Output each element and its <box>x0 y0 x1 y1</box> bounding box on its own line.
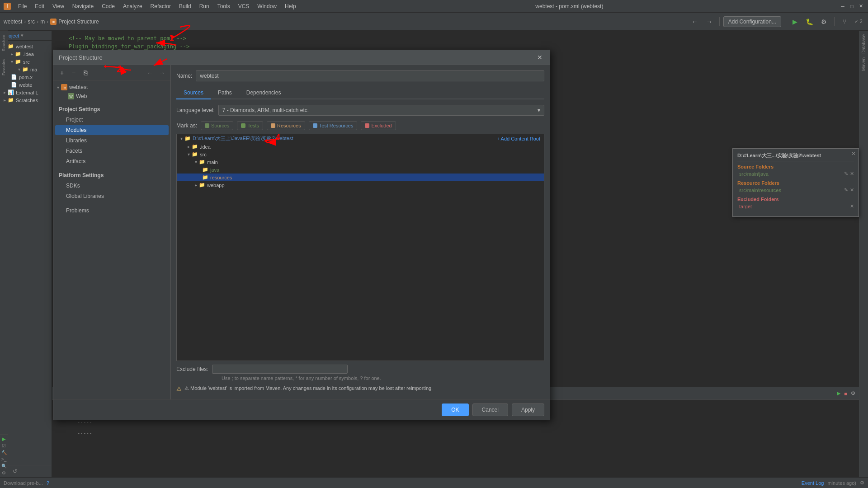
project-tree: ▾ 📁 webtest ▸ 📁 .idea ▾ 📁 src ▾ 📁 <box>0 41 52 465</box>
back-button[interactable]: ← <box>689 15 701 28</box>
mark-as-label: Mark as: <box>176 122 197 129</box>
settings-button[interactable]: ⚙ <box>818 15 830 28</box>
menu-window[interactable]: Window <box>254 2 280 10</box>
menu-view[interactable]: View <box>49 2 68 10</box>
mark-tests-button[interactable]: Tests <box>237 121 263 130</box>
dialog-overlay: Project Structure ✕ + − ⎘ ← → <box>52 49 868 466</box>
toolbar-separator <box>719 17 720 26</box>
breadcrumb-src[interactable]: src <box>28 19 35 25</box>
run-button[interactable]: ▶ <box>789 15 802 28</box>
name-input[interactable] <box>196 70 544 81</box>
tab-dependencies[interactable]: Dependencies <box>239 87 288 99</box>
status-time: minutes ago) <box>827 480 856 486</box>
maximize-button[interactable]: □ <box>848 3 855 10</box>
nav-tree-webtest[interactable]: ▾ m webtest <box>53 83 170 92</box>
build-icon[interactable]: 🔨 <box>1 450 7 455</box>
nav-item-facets[interactable]: Facets <box>55 146 169 156</box>
menu-navigate[interactable]: Navigate <box>69 2 97 10</box>
mark-resources-button[interactable]: Resources <box>267 121 305 130</box>
tree-row-java[interactable]: 📁 java <box>177 166 544 174</box>
menu-code[interactable]: Code <box>98 2 118 10</box>
settings-icon-2[interactable]: ⚙ <box>2 470 6 475</box>
run-icon[interactable]: ▶ <box>2 436 6 441</box>
structure-icon[interactable]: Structure <box>0 31 8 55</box>
module-icon: m <box>50 19 57 25</box>
nav-copy-button[interactable]: ⎘ <box>80 68 90 78</box>
tree-row-src[interactable]: ▾ 📁 src <box>177 150 544 158</box>
breadcrumb-m[interactable]: m <box>40 19 45 25</box>
tree-row-root[interactable]: ▾ 📁 D:\#Learn\大三上\JavaEE\实验\实验2\webtest <box>177 134 544 143</box>
menu-tools[interactable]: Tools <box>214 2 234 10</box>
mark-excluded-button[interactable]: Excluded <box>361 121 396 130</box>
tree-item-webtest-file[interactable]: 📄 webte <box>0 81 52 89</box>
add-content-root-button[interactable]: + Add Content Root <box>497 136 540 141</box>
tree-row-webapp[interactable]: ▸ 📁 webapp <box>177 181 544 189</box>
nav-item-artifacts[interactable]: Artifacts <box>55 156 169 166</box>
menu-analyze[interactable]: Analyze <box>119 2 146 10</box>
status-text: Download pre-b... <box>4 480 43 486</box>
mark-sources-button[interactable]: Sources <box>201 121 233 130</box>
menu-refactor[interactable]: Refactor <box>147 2 175 10</box>
menu-file[interactable]: File <box>14 2 30 10</box>
lang-select[interactable]: 7 - Diamonds, ARM, multi-catch etc. ▾ <box>218 105 544 116</box>
menu-vcs[interactable]: VCS <box>235 2 253 10</box>
status-settings-icon[interactable]: ⚙ <box>860 480 864 486</box>
debug-button[interactable]: 🐛 <box>803 15 816 28</box>
exclude-label: Exclude files: <box>176 366 208 372</box>
nav-remove-button[interactable]: − <box>69 68 79 78</box>
mark-test-resources-button[interactable]: Test Resources <box>309 121 358 130</box>
project-panel: Project ▾ ▾ 📁 webtest ▸ 📁 .idea ▾ 📁 src <box>0 31 52 477</box>
help-icon[interactable]: ? <box>47 480 49 486</box>
ok-button[interactable]: OK <box>442 404 468 416</box>
nav-item-problems[interactable]: Problems <box>55 206 169 216</box>
menu-help[interactable]: Help <box>281 2 300 10</box>
cancel-button[interactable]: Cancel <box>472 404 508 416</box>
exclude-input[interactable] <box>212 365 348 374</box>
dialog-close-button[interactable]: ✕ <box>535 53 544 62</box>
favorites-icon[interactable]: Favorites <box>0 55 8 79</box>
menu-edit[interactable]: Edit <box>31 2 48 10</box>
find-icon[interactable]: 🔍 <box>1 464 7 469</box>
minimize-button[interactable]: ─ <box>839 3 846 10</box>
tab-bar: Sources Paths Dependencies <box>176 87 544 99</box>
tree-row-main[interactable]: ▾ 📁 main <box>177 158 544 166</box>
window-controls: ─ □ ✕ <box>839 3 864 10</box>
nav-back-button[interactable]: ← <box>145 68 155 78</box>
nav-tree-web[interactable]: W Web <box>53 92 170 101</box>
nav-forward-button[interactable]: → <box>157 68 167 78</box>
git-button[interactable]: ⑂ <box>838 15 851 28</box>
tree-item-external[interactable]: ▸ 📊 External L <box>0 89 52 96</box>
resources-dot <box>271 123 275 128</box>
terminal-icon[interactable]: >_ <box>1 457 6 462</box>
nav-item-libraries[interactable]: Libraries <box>55 136 169 145</box>
tree-item-scratches[interactable]: ▸ 📁 Scratches <box>0 96 52 104</box>
app-icon: I <box>4 3 11 10</box>
panel-sync-icon[interactable]: ↺ <box>11 467 19 475</box>
tree-row-idea[interactable]: ▸ 📁 .idea <box>177 143 544 150</box>
nav-item-sdks[interactable]: SDKs <box>55 181 169 191</box>
apply-button[interactable]: Apply <box>512 404 544 416</box>
project-structure-dialog: Project Structure ✕ + − ⎘ ← → <box>53 50 550 420</box>
forward-button[interactable]: → <box>703 15 716 28</box>
tab-paths[interactable]: Paths <box>211 87 239 99</box>
nav-item-global-libraries[interactable]: Global Libraries <box>55 191 169 201</box>
menu-build[interactable]: Build <box>175 2 195 10</box>
name-row: Name: <box>176 70 544 81</box>
breadcrumb-webtest[interactable]: webtest <box>4 19 22 25</box>
webapp-label: webapp <box>207 183 225 188</box>
main-folder-icon: 📁 <box>199 159 205 165</box>
breadcrumb-project-structure[interactable]: Project Structure <box>58 19 99 25</box>
status-bar: Download pre-b... ? Event Log minutes ag… <box>0 477 868 488</box>
todo-icon[interactable]: ☑ <box>2 443 6 448</box>
tab-sources[interactable]: Sources <box>176 87 211 99</box>
nav-item-modules[interactable]: Modules <box>55 125 169 135</box>
event-log-link[interactable]: Event Log <box>802 480 824 486</box>
bottom-left-icons: ▶ ☑ 🔨 >_ 🔍 ⚙ <box>0 434 8 477</box>
tree-row-resources[interactable]: 📁 resources <box>177 174 544 181</box>
toolbar-separator-2 <box>785 17 785 26</box>
close-button[interactable]: ✕ <box>857 3 864 10</box>
nav-add-button[interactable]: + <box>57 68 67 78</box>
menu-run[interactable]: Run <box>196 2 213 10</box>
nav-item-project[interactable]: Project <box>55 115 169 125</box>
add-configuration-button[interactable]: Add Configuration... <box>723 16 781 27</box>
